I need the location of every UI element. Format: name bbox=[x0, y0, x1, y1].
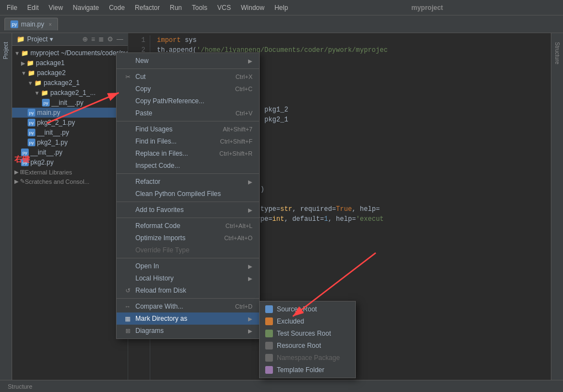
ctx-cut-label: Cut bbox=[135, 73, 146, 81]
settings-icon[interactable]: ⚙ bbox=[107, 35, 113, 43]
ctx-copy-path[interactable]: Copy Path/Reference... bbox=[117, 95, 259, 107]
py-icon: py bbox=[42, 99, 50, 107]
sep3 bbox=[117, 173, 259, 174]
ctx-find-usages-label: Find Usages bbox=[135, 125, 172, 133]
external-label: External Libraries bbox=[25, 169, 72, 176]
package2-1-label: package2_1 bbox=[44, 79, 80, 87]
ctx-inspect[interactable]: Inspect Code... bbox=[117, 160, 259, 172]
tree-external[interactable]: ▶ ⊞ External Libraries bbox=[12, 167, 128, 177]
menu-run[interactable]: Run bbox=[165, 2, 186, 13]
menu-code[interactable]: Code bbox=[104, 2, 129, 13]
collapse-icon[interactable]: ≣ bbox=[98, 35, 104, 43]
tab-close-icon[interactable]: × bbox=[49, 22, 52, 28]
tree-package2-1-sub[interactable]: ▼ 📁 package2_1_... bbox=[12, 88, 128, 98]
minimize-icon[interactable]: — bbox=[117, 35, 123, 43]
ctx-refactor[interactable]: Refactor ▶ bbox=[117, 176, 259, 188]
ctx-cut[interactable]: ✂Cut Ctrl+X bbox=[117, 71, 259, 83]
right-tab-strip: Structure bbox=[551, 33, 563, 380]
tree-root[interactable]: ▼ 📁 myproject ~/Documents/coder/pyw... bbox=[12, 48, 128, 58]
main-py-tab[interactable]: py main.py × bbox=[4, 18, 58, 30]
tree-package2-1[interactable]: ▼ 📁 package2_1 bbox=[12, 78, 128, 88]
ctx-mark-directory[interactable]: ▦ Mark Directory as ▶ bbox=[117, 312, 259, 325]
sub-template-folder[interactable]: Template Folder bbox=[260, 364, 355, 376]
ctx-compare-label: Compare With... bbox=[135, 303, 183, 310]
ctx-override-label: Override File Type bbox=[135, 246, 190, 254]
menu-edit[interactable]: Edit bbox=[23, 2, 43, 13]
diagrams-arrow: ▶ bbox=[248, 328, 252, 334]
sources-root-label: Sources Root bbox=[277, 305, 317, 313]
ctx-find-files[interactable]: Find in Files... Ctrl+Shift+F bbox=[117, 135, 259, 147]
ctx-refactor-label: Refactor bbox=[135, 178, 160, 186]
scratches-label: Scratches and Consol... bbox=[25, 178, 90, 185]
ctx-optimize[interactable]: Optimize Imports Ctrl+Alt+O bbox=[117, 232, 259, 244]
menu-vcs[interactable]: VCS bbox=[213, 2, 235, 13]
ctx-open-in-label: Open In bbox=[135, 262, 159, 270]
menu-file[interactable]: File bbox=[2, 2, 22, 13]
tree-init2[interactable]: py __init__.py bbox=[12, 128, 128, 137]
tree-pkg221[interactable]: py pkg2_2_1.py bbox=[12, 118, 128, 128]
ctx-reformat[interactable]: Reformat Code Ctrl+Alt+L bbox=[117, 220, 259, 232]
project-header: 📁 Project ▾ ⊕ ≡ ≣ ⚙ — bbox=[12, 33, 128, 46]
pkg221-label: pkg2_2_1.py bbox=[37, 119, 75, 126]
reload-icon: ↺ bbox=[123, 287, 132, 294]
toolbar: py main.py × bbox=[0, 15, 563, 33]
refactor-arrow: ▶ bbox=[248, 179, 252, 185]
ctx-replace-files-label: Replace in Files... bbox=[135, 150, 188, 157]
sidebar-tab-project[interactable]: Project bbox=[2, 38, 10, 63]
menu-window[interactable]: Window bbox=[236, 2, 269, 13]
compare-shortcut: Ctrl+D bbox=[235, 303, 252, 310]
ctx-favorites-label: Add to Favorites bbox=[135, 206, 183, 214]
mark-directory-submenu: Sources Root Excluded Test Sources Root … bbox=[259, 301, 356, 378]
tree-package2[interactable]: ▼ 📁 package2 bbox=[12, 68, 128, 78]
sub-test-sources[interactable]: Test Sources Root bbox=[260, 327, 355, 340]
ctx-open-in[interactable]: Open In ▶ bbox=[117, 260, 259, 272]
ctx-diagrams[interactable]: ⊞Diagrams ▶ bbox=[117, 325, 259, 337]
project-header-icons: ⊕ ≡ ≣ ⚙ — bbox=[82, 35, 123, 43]
menu-view[interactable]: View bbox=[44, 2, 67, 13]
favorites-arrow: ▶ bbox=[248, 207, 252, 213]
mark-dir-arrow: ▶ bbox=[248, 316, 252, 322]
py-icon-pkg21: py bbox=[28, 139, 35, 146]
ctx-paste-label: Paste bbox=[135, 109, 152, 117]
sub-resource-root[interactable]: Resource Root bbox=[260, 340, 355, 352]
tree-scratches[interactable]: ▶ ✎ Scratches and Consol... bbox=[12, 177, 128, 186]
ctx-reload[interactable]: ↺Reload from Disk bbox=[117, 284, 259, 296]
tree-package1[interactable]: ▶ 📁 package1 bbox=[12, 58, 128, 68]
ctx-local-history[interactable]: Local History ▶ bbox=[117, 272, 259, 284]
ctx-clean-python[interactable]: Clean Python Compiled Files bbox=[117, 188, 259, 200]
menu-tools[interactable]: Tools bbox=[187, 2, 212, 13]
pkg2-label: pkg2.py bbox=[30, 158, 54, 166]
menu-help[interactable]: Help bbox=[270, 2, 293, 13]
ctx-copy[interactable]: Copy Ctrl+C bbox=[117, 83, 259, 95]
ctx-find-usages[interactable]: Find Usages Alt+Shift+7 bbox=[117, 123, 259, 135]
ctx-compare[interactable]: ↔Compare With... Ctrl+D bbox=[117, 300, 259, 312]
init1-label: __init__.py bbox=[51, 99, 83, 107]
expand-icon[interactable]: ≡ bbox=[91, 35, 95, 43]
reformat-shortcut: Ctrl+Alt+L bbox=[225, 223, 252, 229]
bottom-structure-tab[interactable]: Structure bbox=[4, 382, 36, 391]
history-arrow: ▶ bbox=[248, 276, 252, 282]
menu-refactor[interactable]: Refactor bbox=[130, 2, 164, 13]
sep4 bbox=[117, 202, 259, 202]
menu-navigate[interactable]: Navigate bbox=[69, 2, 103, 13]
right-tab-structure[interactable]: Structure bbox=[553, 38, 561, 69]
locate-icon[interactable]: ⊕ bbox=[82, 35, 88, 43]
sub-sources-root[interactable]: Sources Root bbox=[260, 303, 355, 315]
py-file-icon: py bbox=[10, 20, 18, 28]
package2-label: package2 bbox=[37, 69, 66, 77]
ctx-replace-files[interactable]: Replace in Files... Ctrl+Shift+R bbox=[117, 147, 259, 160]
template-folder-label: Template Folder bbox=[277, 366, 324, 374]
sep5 bbox=[117, 218, 259, 218]
ctx-new[interactable]: New ▶ bbox=[117, 55, 259, 67]
sub-namespace: Namespace Package bbox=[260, 352, 355, 364]
py-icon-main: py bbox=[28, 109, 35, 116]
ctx-paste[interactable]: Paste Ctrl+V bbox=[117, 107, 259, 119]
init2-label: __init__.py bbox=[37, 129, 69, 136]
tree-main-py[interactable]: py main.py bbox=[12, 108, 128, 118]
ctx-favorites[interactable]: Add to Favorites ▶ bbox=[117, 204, 259, 216]
sub-excluded[interactable]: Excluded bbox=[260, 315, 355, 327]
tree-pkg21[interactable]: py pkg2_1.py bbox=[12, 137, 128, 147]
ctx-copy-label: Copy bbox=[135, 85, 151, 93]
init3-label: __init__.py bbox=[30, 149, 62, 156]
tree-init1[interactable]: py __init__.py bbox=[12, 98, 128, 108]
